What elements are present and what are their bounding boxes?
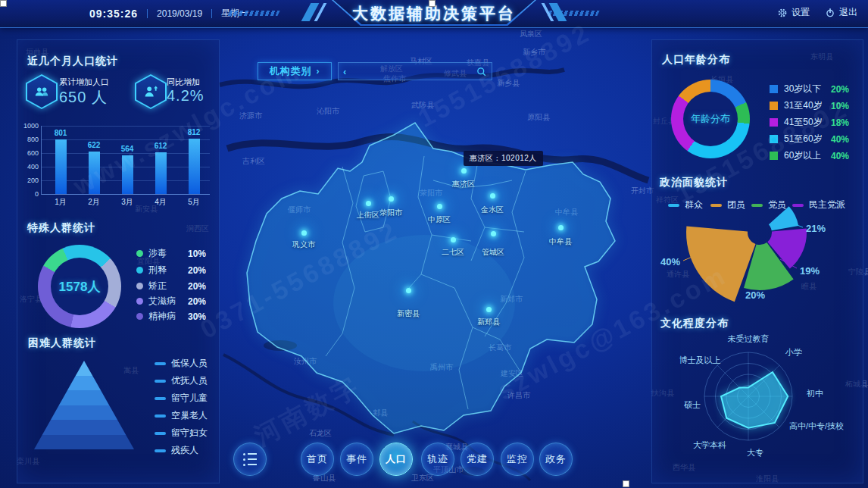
legend-label: 41至50岁 bbox=[784, 116, 831, 129]
search-bar: ‹ bbox=[338, 62, 492, 80]
political-rose-chart bbox=[651, 182, 863, 303]
legend-label: 低保人员 bbox=[171, 357, 218, 370]
legend-value: 40% bbox=[831, 151, 849, 161]
legend-label: 矫正 bbox=[148, 280, 188, 292]
legend-label: 艾滋病 bbox=[148, 295, 188, 308]
bar-ytick: 600 bbox=[20, 149, 39, 157]
district-label: 惠济区 bbox=[452, 179, 475, 189]
legend-label: 优抚人员 bbox=[171, 374, 218, 387]
nav-trajectory-button[interactable]: 轨迹 bbox=[421, 443, 454, 476]
nav-party-button[interactable]: 党建 bbox=[461, 443, 494, 476]
bar-ytick: 1000 bbox=[20, 122, 39, 130]
legend-item: 优抚人员 bbox=[155, 374, 218, 387]
rose-callout-value: 21% bbox=[806, 223, 826, 234]
district-label: 新密县 bbox=[397, 308, 420, 319]
bar-value: 564 bbox=[121, 145, 134, 153]
bar-value: 612 bbox=[155, 142, 167, 150]
district-dot[interactable] bbox=[437, 204, 442, 209]
monthly-bar-chart: 100080060040020008011月6222月5643月6124月812… bbox=[21, 121, 214, 209]
legend-swatch bbox=[770, 85, 778, 93]
bar-category: 3月 bbox=[121, 197, 133, 208]
bar bbox=[89, 152, 100, 194]
legend-item: 残疾人 bbox=[155, 444, 218, 457]
legend-item: 留守妇女 bbox=[155, 427, 218, 440]
resize-handle[interactable] bbox=[0, 0, 7, 7]
legend-value: 10% bbox=[188, 249, 206, 259]
menu-button[interactable] bbox=[233, 443, 267, 476]
bar-ytick: 200 bbox=[20, 177, 39, 184]
district-dot[interactable] bbox=[366, 201, 371, 206]
person-increase-icon bbox=[142, 83, 159, 100]
legend-dash bbox=[155, 362, 166, 365]
district-label: 中原区 bbox=[428, 214, 451, 225]
district-label: 金水区 bbox=[481, 205, 504, 215]
nav-home-button[interactable]: 首页 bbox=[301, 443, 334, 476]
search-icon bbox=[476, 66, 487, 77]
search-input[interactable] bbox=[351, 65, 471, 77]
rose-callout-value: 19% bbox=[800, 265, 820, 277]
nav-population-button[interactable]: 人口 bbox=[379, 443, 413, 476]
district-dot[interactable] bbox=[558, 225, 564, 230]
district-dot[interactable] bbox=[461, 168, 467, 174]
legend-item: 60岁以上 40% bbox=[770, 149, 849, 162]
exit-button[interactable]: 退出 bbox=[825, 6, 857, 19]
legend-item: 低保人员 bbox=[155, 357, 218, 370]
district-label: 荥阳市 bbox=[379, 208, 402, 218]
legend-label: 31至40岁 bbox=[784, 99, 831, 112]
nav-label: 轨迹 bbox=[427, 452, 448, 466]
radar-axis-label: 硕士 bbox=[684, 399, 701, 411]
bar bbox=[189, 139, 200, 194]
radar-axis-label: 高中/中专/技校 bbox=[789, 421, 844, 432]
legend-label: 留守妇女 bbox=[171, 427, 218, 440]
bar bbox=[55, 139, 67, 194]
legend-item: 艾滋病 20% bbox=[136, 295, 206, 308]
district-dot[interactable] bbox=[389, 196, 394, 202]
legend-swatch bbox=[770, 152, 778, 160]
bar-gridline bbox=[42, 126, 210, 127]
nav-events-button[interactable]: 事件 bbox=[340, 443, 373, 476]
donut-hole: 1578人 bbox=[51, 258, 108, 315]
stat-icon-wrap bbox=[26, 74, 58, 109]
bar-ytick: 800 bbox=[20, 136, 39, 143]
exit-label: 退出 bbox=[839, 6, 857, 19]
legend-swatch bbox=[770, 135, 778, 143]
resize-handle[interactable] bbox=[623, 480, 629, 487]
section-title-difficult: 困难人群统计 bbox=[28, 336, 96, 350]
radar-axis-label: 大学本科 bbox=[693, 440, 726, 451]
nav-gov-button[interactable]: 政务 bbox=[539, 443, 573, 476]
nav-label: 政务 bbox=[545, 452, 567, 466]
settings-button[interactable]: 设置 bbox=[777, 6, 810, 19]
district-dot[interactable] bbox=[490, 193, 495, 199]
search-button[interactable] bbox=[471, 66, 492, 77]
pyramid-band bbox=[34, 435, 134, 450]
legend-item: 留守儿童 bbox=[155, 392, 218, 405]
nav-monitor-button[interactable]: 监控 bbox=[501, 443, 534, 476]
legend-value: 20% bbox=[188, 265, 206, 276]
divider bbox=[147, 9, 148, 18]
legend-dash bbox=[155, 397, 166, 400]
rose-wedge bbox=[769, 206, 798, 230]
legend-label: 60岁以上 bbox=[784, 149, 831, 162]
radar-axis-label: 初中 bbox=[807, 388, 823, 399]
category-dropdown[interactable]: 机构类别 › bbox=[258, 62, 332, 80]
legend-label: 留守儿童 bbox=[171, 392, 218, 405]
legend-value: 20% bbox=[831, 84, 849, 95]
clock-group: 09:35:26 2019/03/19 星期一 bbox=[89, 7, 248, 20]
chevron-left-icon[interactable]: ‹ bbox=[339, 66, 351, 77]
bar-ytick: 0 bbox=[20, 190, 39, 198]
legend-item: 41至50岁 18% bbox=[770, 116, 849, 129]
district-dot[interactable] bbox=[406, 288, 411, 293]
district-dot[interactable] bbox=[486, 307, 492, 312]
resize-handle[interactable] bbox=[429, 0, 436, 7]
legend-dash bbox=[155, 414, 166, 418]
radar-polygon bbox=[721, 372, 788, 428]
power-icon bbox=[825, 8, 835, 18]
clock-time: 09:35:26 bbox=[89, 8, 138, 20]
district-dot[interactable] bbox=[301, 230, 307, 236]
legend-dash bbox=[155, 449, 166, 452]
legend-swatch bbox=[136, 313, 143, 320]
legend-item: 30岁以下 20% bbox=[770, 83, 849, 95]
stat-icon-wrap bbox=[135, 74, 167, 109]
district-dot[interactable] bbox=[491, 231, 496, 236]
district-dot[interactable] bbox=[451, 237, 456, 242]
